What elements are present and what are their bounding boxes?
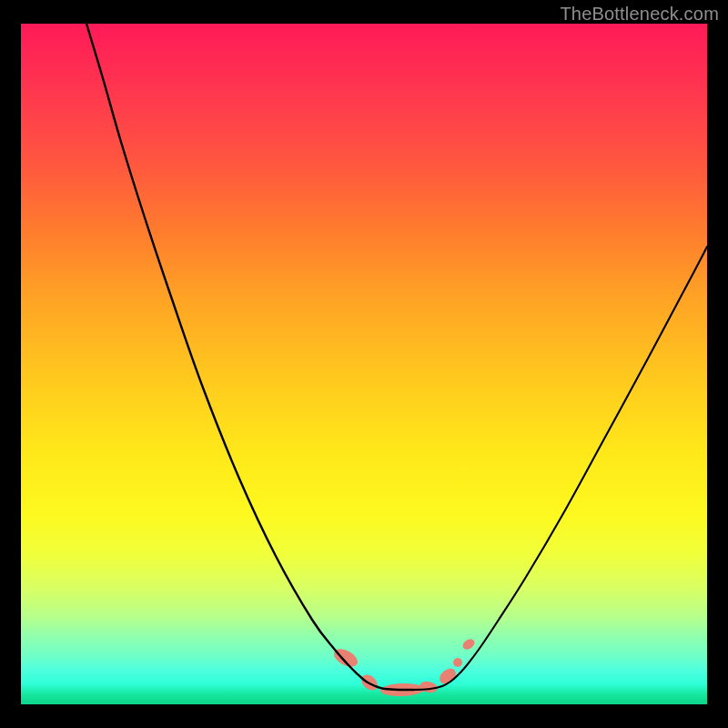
- curve-marker: [331, 645, 360, 670]
- curve-marker: [460, 637, 476, 652]
- gradient-plot-area: [21, 24, 707, 704]
- attribution-watermark: TheBottleneck.com: [560, 4, 719, 25]
- curve-marker: [453, 658, 462, 667]
- chart-stage: TheBottleneck.com: [0, 0, 728, 728]
- bottleneck-curve-svg: [21, 24, 707, 704]
- curve-left-branch: [86, 24, 414, 690]
- curve-marker: [359, 672, 380, 693]
- curve-marker: [419, 680, 439, 694]
- marker-cluster-group: [331, 637, 477, 697]
- curve-marker: [380, 682, 424, 697]
- curve-right-branch: [414, 247, 707, 690]
- curve-marker: [437, 665, 459, 687]
